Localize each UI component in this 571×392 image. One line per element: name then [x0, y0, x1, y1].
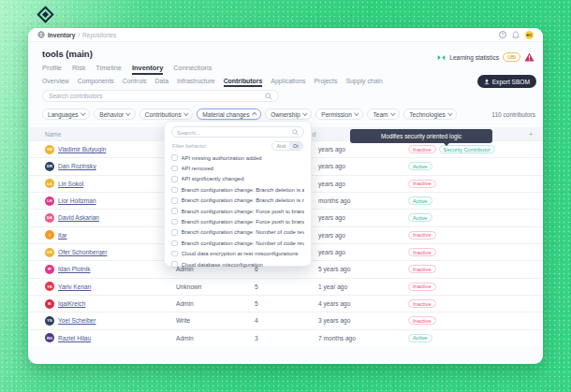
subtab-supply-chain[interactable]: Supply chain	[345, 78, 382, 84]
chevron-down-icon	[447, 110, 452, 115]
avatar: LS	[45, 179, 54, 188]
tab-profile[interactable]: Profile	[42, 64, 62, 72]
avatar: IK	[45, 299, 54, 309]
table-row: YS Yoel Scheiber Write 4 3 years ago Ina…	[28, 312, 543, 328]
contributor-name-link[interactable]: IgalKreich	[58, 300, 85, 307]
dropdown-option[interactable]: Branch configuration change: Number of c…	[171, 227, 304, 238]
contributor-name-link[interactable]: Itar	[58, 232, 67, 239]
search-contributors-input[interactable]	[49, 93, 265, 99]
checkbox[interactable]	[171, 251, 178, 257]
upload-icon	[484, 79, 490, 85]
last-contributed-cell: years ago	[318, 146, 408, 152]
contributor-name-link[interactable]: Vladimir Butyugin	[58, 146, 106, 152]
breadcrumb-section[interactable]: Inventory	[48, 32, 75, 38]
chevron-down-icon	[302, 110, 307, 115]
subtab-controls[interactable]: Controls	[123, 78, 147, 84]
subtab-components[interactable]: Components	[78, 78, 114, 84]
contributor-name-link[interactable]: Idan Plotnik	[58, 266, 90, 272]
filter-label: Permission	[321, 111, 352, 118]
and-or-toggle: And Or	[271, 141, 303, 151]
subtab-data[interactable]: Data	[154, 78, 168, 84]
permission-cell: Unknown	[176, 283, 255, 290]
learning-label: Learning statistics	[449, 54, 499, 61]
checkbox[interactable]	[171, 240, 178, 247]
checkbox[interactable]	[171, 166, 178, 172]
filter-pill-languages[interactable]: Languages	[42, 109, 90, 120]
breadcrumb-separator: /	[78, 32, 80, 38]
dropdown-search-input[interactable]	[177, 129, 292, 136]
ubi-badge[interactable]: UBI	[503, 52, 520, 62]
help-icon[interactable]: ?	[499, 31, 506, 38]
add-column-icon[interactable]: +	[519, 130, 543, 138]
permission-cell: Write	[176, 317, 255, 324]
subtab-projects[interactable]: Projects	[315, 78, 338, 84]
filter-pill-contributions[interactable]: Contributions	[139, 109, 193, 120]
dropdown-option[interactable]: Branch configuration change: Force push …	[171, 216, 304, 226]
status-badge-inactive: Inactive	[408, 180, 436, 188]
subtab-overview[interactable]: Overview	[42, 78, 69, 84]
checkbox[interactable]	[171, 261, 178, 268]
chevron-down-icon	[354, 110, 359, 115]
contributor-name-link[interactable]: David Askarian	[58, 214, 99, 221]
status-badge-inactive: Inactive	[408, 299, 436, 308]
checkbox[interactable]	[171, 154, 178, 161]
last-contributed-cell: years ago	[318, 249, 408, 255]
checkbox[interactable]	[171, 208, 178, 214]
avatar: VB	[45, 145, 54, 154]
chevron-down-icon	[390, 110, 395, 115]
contributor-name-link[interactable]: Ofer Schonberger	[58, 249, 107, 255]
tab-connections[interactable]: Connections	[173, 64, 212, 72]
filter-pill-permission[interactable]: Permission	[315, 109, 363, 120]
status-badges: Inactive	[408, 283, 519, 291]
export-sbom-button[interactable]: Export SBOM	[477, 75, 536, 88]
contributor-name-link[interactable]: Raziel Hilau	[58, 335, 91, 341]
tab-timeline[interactable]: Timeline	[95, 64, 122, 72]
dropdown-option[interactable]: Branch configuration change: Branch dele…	[171, 184, 304, 195]
filter-pill-team[interactable]: Team	[367, 109, 400, 120]
dropdown-option[interactable]: API significantly changed	[171, 174, 304, 184]
dropdown-option[interactable]: Branch configuration change: Branch dele…	[171, 196, 304, 206]
filter-pill-ownership[interactable]: Ownership	[265, 109, 312, 120]
learning-icon	[437, 54, 446, 61]
checkbox[interactable]	[171, 219, 178, 225]
subtab-infrastructure[interactable]: Infrastructure	[177, 78, 215, 84]
dropdown-option[interactable]: Cloud database misconfiguration	[171, 259, 304, 269]
or-option[interactable]: Or	[289, 142, 302, 150]
dropdown-option[interactable]: API removed	[171, 163, 304, 173]
chevron-down-icon	[81, 110, 85, 115]
breadcrumb-page[interactable]: Repositories	[82, 32, 116, 38]
subtabs: OverviewComponentsControlsDataInfrastruc…	[42, 78, 383, 84]
filter-pill-technologies[interactable]: Technologies	[403, 109, 457, 120]
last-contributed-cell: 3 years ago	[318, 317, 408, 324]
dropdown-option[interactable]: Branch configuration change: Number of c…	[171, 238, 304, 248]
tab-risk[interactable]: Risk	[72, 64, 85, 72]
contributor-name-link[interactable]: Dan Rozinsky	[58, 163, 96, 169]
contributor-name-link[interactable]: Yoel Scheiber	[58, 317, 95, 324]
avatar: DA	[45, 213, 54, 223]
column-header-name[interactable]: Name	[45, 131, 176, 138]
dropdown-option[interactable]: API missing authorization added	[171, 152, 304, 163]
chevron-down-icon	[126, 110, 131, 115]
filter-pill-material-changes[interactable]: Material changes	[197, 109, 261, 120]
and-option[interactable]: And	[272, 142, 289, 150]
warning-icon[interactable]	[524, 52, 534, 62]
last-contributed-cell: 5 years ago	[318, 266, 408, 272]
contributor-name-link[interactable]: Liri Sokol	[58, 181, 83, 187]
contributor-name-link[interactable]: Yariv Kenan	[58, 283, 91, 290]
checkbox[interactable]	[171, 176, 178, 182]
tab-inventory[interactable]: Inventory	[132, 64, 163, 72]
checkbox[interactable]	[171, 197, 178, 204]
user-avatar[interactable]: KC	[525, 31, 534, 39]
checkbox[interactable]	[171, 187, 178, 194]
filter-label: Material changes	[202, 111, 249, 118]
checkbox[interactable]	[171, 229, 178, 236]
filter-pill-behavior[interactable]: Behavior	[94, 109, 136, 120]
contributor-name-link[interactable]: Lior Holtzman	[58, 197, 96, 204]
dropdown-option[interactable]: Cloud data encryption at rest misconfigu…	[171, 249, 304, 259]
subtab-applications[interactable]: Applications	[271, 78, 305, 84]
dropdown-option[interactable]: Branch configuration change: Force push …	[171, 206, 304, 216]
bell-icon[interactable]	[512, 31, 520, 39]
subtab-contributors[interactable]: Contributors	[224, 78, 263, 84]
status-badge-active: Active	[408, 213, 432, 222]
status-badge-inactive: Inactive	[408, 316, 436, 325]
